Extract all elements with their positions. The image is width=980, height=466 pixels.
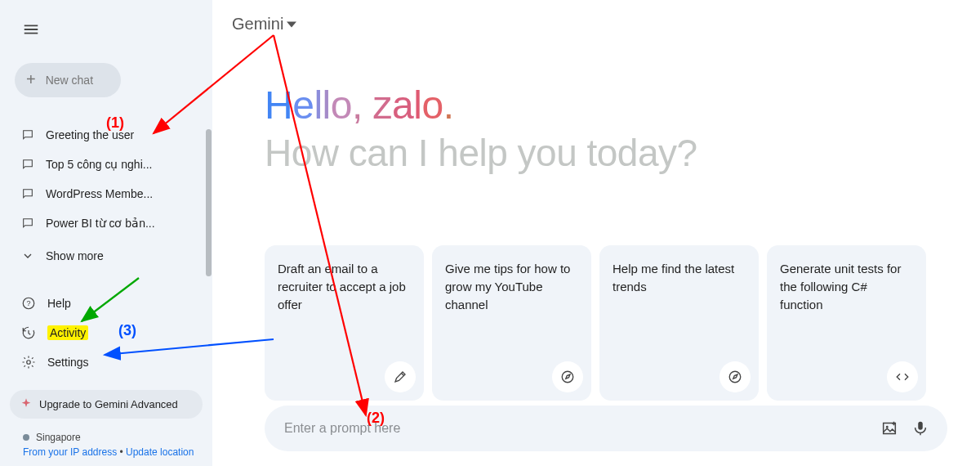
activity-label: Activity (47, 325, 88, 340)
recent-item-label: WordPress Membe... (46, 187, 153, 200)
gear-icon (21, 355, 36, 370)
mic-button[interactable] (905, 413, 936, 444)
location-country: Singapore (36, 432, 81, 443)
recent-item-powerbi[interactable]: Power BI từ cơ bản... (0, 208, 212, 238)
suggestion-card-code[interactable]: Generate unit tests for the following C#… (767, 245, 926, 401)
sidebar-scrollbar[interactable] (206, 129, 212, 276)
history-icon (21, 325, 36, 340)
card-text: Help me find the latest trends (612, 262, 734, 293)
svg-text:?: ? (26, 299, 30, 307)
new-chat-label: New chat (46, 74, 93, 87)
location-info: Singapore From your IP address • Update … (23, 430, 212, 459)
card-text: Draft an email to a recruiter to accept … (278, 262, 406, 311)
plus-icon: + (26, 70, 36, 89)
recent-item-top5[interactable]: Top 5 công cụ nghi... (0, 150, 212, 179)
image-icon (880, 419, 898, 437)
suggestion-cards: Draft an email to a recruiter to accept … (265, 245, 980, 401)
suggestion-card-youtube[interactable]: Give me tips for how to grow my YouTube … (432, 245, 591, 401)
help-label: Help (47, 297, 71, 310)
show-more-button[interactable]: Show more (0, 241, 212, 271)
caret-down-icon (287, 20, 296, 29)
chat-icon (21, 187, 34, 200)
add-image-button[interactable] (874, 413, 905, 444)
suggestion-card-trends[interactable]: Help me find the latest trends (599, 245, 759, 401)
activity-link[interactable]: Activity (0, 318, 212, 347)
settings-label: Settings (47, 356, 89, 369)
help-link[interactable]: ? Help (0, 289, 212, 318)
model-picker[interactable]: Gemini (232, 15, 980, 34)
update-location-link[interactable]: Update location (126, 446, 194, 458)
sidebar-bottom-links: ? Help Activity Settings (0, 289, 212, 377)
recent-item-label: Top 5 công cụ nghi... (46, 158, 152, 171)
code-icon (887, 361, 918, 392)
card-text: Generate unit tests for the following C#… (780, 262, 901, 311)
help-icon: ? (21, 296, 36, 311)
recent-list: Greeting the user Top 5 công cụ nghi... … (0, 120, 212, 271)
suggestion-card-email[interactable]: Draft an email to a recruiter to accept … (265, 245, 424, 401)
microphone-icon (911, 419, 929, 437)
show-more-label: Show more (46, 249, 104, 262)
svg-point-2 (27, 360, 31, 364)
main-area: Gemini Hello, zalo. How can I help you t… (212, 0, 980, 466)
card-text: Give me tips for how to grow my YouTube … (445, 262, 570, 311)
annotation-2: (2) (367, 410, 385, 427)
location-dot-icon (23, 434, 29, 441)
compass-icon (719, 361, 751, 392)
settings-link[interactable]: Settings (0, 347, 212, 377)
new-chat-button[interactable]: + New chat (15, 63, 121, 96)
edit-icon (385, 361, 416, 392)
annotation-3: (3) (118, 322, 136, 339)
svg-point-3 (562, 371, 573, 383)
chat-icon (21, 217, 34, 230)
brand-label: Gemini (232, 15, 283, 34)
chat-icon (21, 128, 34, 141)
chat-icon (21, 158, 34, 171)
annotation-1: (1) (106, 114, 124, 132)
hello-text: Hello, zalo. (265, 83, 980, 128)
svg-rect-6 (918, 422, 923, 430)
upgrade-button[interactable]: Upgrade to Gemini Advanced (10, 390, 203, 419)
subheading: How can I help you today? (265, 131, 980, 175)
svg-point-4 (729, 371, 741, 383)
sparkle-icon (20, 397, 33, 410)
upgrade-label: Upgrade to Gemini Advanced (39, 398, 178, 410)
location-separator: • (117, 446, 126, 458)
ip-address-link[interactable]: From your IP address (23, 446, 117, 458)
chevron-down-icon (21, 249, 34, 262)
recent-item-wordpress[interactable]: WordPress Membe... (0, 179, 212, 208)
hamburger-icon (22, 20, 40, 38)
hero: Hello, zalo. How can I help you today? (265, 83, 980, 175)
menu-button[interactable] (15, 13, 47, 45)
sidebar: + New chat Greeting the user Top 5 công … (0, 0, 212, 466)
recent-item-label: Power BI từ cơ bản... (46, 217, 155, 230)
compass-icon (552, 361, 583, 392)
